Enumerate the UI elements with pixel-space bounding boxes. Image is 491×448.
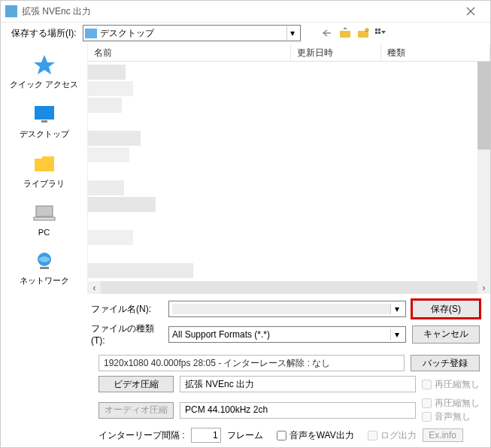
save-dialog: 拡張 NVEnc 出力 保存する場所(I): デスクトップ ▾ クイック アクセ…: [0, 0, 491, 448]
list-item[interactable]: [88, 230, 133, 245]
wav-output-check[interactable]: 音声をWAV出力: [277, 429, 354, 442]
no-recompress-check[interactable]: 再圧縮無し: [422, 378, 480, 391]
body: クイック アクセス デスクトップ ライブラリ PC ネットワーク 名前: [1, 44, 490, 294]
save-in-label: 保存する場所(I):: [11, 27, 77, 40]
sidebar-item-quickaccess[interactable]: クイック アクセス: [10, 53, 78, 90]
desktop-icon: [85, 29, 97, 38]
svg-rect-3: [375, 29, 377, 31]
svg-rect-5: [375, 32, 377, 34]
no-audio-check[interactable]: 音声無し: [422, 410, 480, 423]
titlebar: 拡張 NVEnc 出力: [1, 1, 490, 23]
list-item[interactable]: [88, 65, 126, 80]
svg-rect-12: [40, 267, 49, 269]
scroll-right-icon[interactable]: ›: [477, 281, 490, 294]
status-info: 1920x1080 40.000fps 28:05 - インターレース解除 : …: [99, 355, 405, 371]
svg-rect-8: [41, 120, 47, 123]
save-button[interactable]: 保存(S): [412, 300, 480, 318]
sidebar-item-network[interactable]: ネットワーク: [20, 249, 69, 286]
nav-icons: [320, 26, 388, 40]
up-folder-button[interactable]: [338, 26, 352, 40]
filename-label: ファイル名(N):: [91, 303, 162, 316]
svg-rect-4: [378, 29, 380, 31]
list-item[interactable]: [88, 263, 193, 278]
video-codec-field: 拡張 NVEnc 出力: [180, 376, 416, 392]
chevron-down-icon[interactable]: ▾: [390, 329, 402, 340]
interleave-input[interactable]: [191, 428, 221, 443]
list-item[interactable]: [88, 131, 141, 146]
svg-point-2: [365, 29, 368, 32]
audio-codec-field: PCM 44.100kHz 2ch: [180, 402, 416, 419]
svg-rect-0: [340, 31, 350, 38]
filetype-dropdown[interactable]: All Support Formats (*.*) ▾: [168, 326, 406, 343]
places-sidebar: クイック アクセス デスクトップ ライブラリ PC ネットワーク: [1, 44, 87, 294]
back-button[interactable]: [320, 26, 334, 40]
star-icon: [32, 53, 56, 77]
sidebar-item-label: デスクトップ: [20, 129, 69, 140]
app-icon: [5, 5, 17, 17]
sidebar-item-label: ネットワーク: [20, 275, 69, 286]
toolbar: 保存する場所(I): デスクトップ ▾: [1, 23, 490, 44]
sidebar-item-label: ライブラリ: [23, 178, 65, 189]
filetype-value: All Support Formats (*.*): [172, 329, 390, 340]
bottom-panel: ファイル名(N): ▾ 保存(S) ファイルの種類(T): All Suppor…: [1, 294, 490, 447]
svg-rect-9: [36, 206, 53, 216]
list-item[interactable]: [88, 197, 156, 212]
scrollbar-track[interactable]: [101, 281, 477, 294]
sidebar-item-desktop[interactable]: デスクトップ: [20, 102, 69, 140]
new-folder-button[interactable]: [356, 26, 370, 40]
sidebar-item-pc[interactable]: PC: [32, 201, 56, 237]
sidebar-item-label: クイック アクセス: [10, 79, 78, 90]
sidebar-item-label: PC: [38, 228, 50, 237]
exinfo-button[interactable]: Ex.info: [423, 428, 463, 442]
chevron-down-icon: ▾: [286, 26, 299, 40]
filetype-label: ファイルの種類(T):: [91, 322, 162, 346]
scroll-left-icon[interactable]: ‹: [88, 281, 101, 294]
network-icon: [32, 249, 56, 273]
interleave-unit: フレーム: [227, 429, 263, 442]
list-item[interactable]: [88, 180, 124, 195]
list-item[interactable]: [88, 147, 129, 162]
vertical-scrollbar[interactable]: [477, 62, 490, 281]
close-button[interactable]: [456, 1, 486, 22]
list-item[interactable]: [88, 98, 122, 113]
svg-rect-10: [34, 217, 55, 220]
audio-compress-button: オーディオ圧縮: [99, 402, 174, 419]
window-title: 拡張 NVEnc 出力: [22, 5, 456, 18]
view-menu-button[interactable]: [374, 26, 388, 40]
svg-rect-7: [35, 106, 54, 120]
interleave-label: インターリーブ間隔 :: [99, 429, 185, 442]
chevron-down-icon[interactable]: ▾: [390, 304, 402, 314]
horizontal-scrollbar[interactable]: ‹ ›: [88, 281, 490, 294]
column-headers: 名前 更新日時 種類: [88, 44, 490, 62]
cancel-button[interactable]: キャンセル: [412, 325, 480, 344]
file-list: 名前 更新日時 種類 ‹ ›: [87, 44, 490, 294]
log-output-check[interactable]: ログ出力: [368, 429, 417, 442]
col-date[interactable]: 更新日時: [291, 44, 381, 61]
sidebar-item-libraries[interactable]: ライブラリ: [23, 152, 65, 189]
folder-icon: [32, 152, 56, 176]
pc-icon: [32, 201, 56, 226]
scrollbar-thumb[interactable]: [477, 62, 490, 150]
file-list-body[interactable]: [88, 62, 490, 281]
list-item[interactable]: [88, 81, 133, 96]
close-icon: [466, 7, 475, 16]
location-text: デスクトップ: [100, 27, 286, 40]
location-dropdown[interactable]: デスクトップ ▾: [83, 25, 301, 41]
monitor-icon: [32, 102, 56, 126]
batch-register-button[interactable]: バッチ登録: [411, 355, 480, 371]
video-compress-button[interactable]: ビデオ圧縮: [99, 376, 174, 392]
filename-input[interactable]: ▾: [168, 301, 406, 317]
filename-value: [172, 304, 390, 314]
no-recompress-audio-check[interactable]: 再圧縮無し: [422, 397, 480, 410]
col-type[interactable]: 種類: [381, 44, 490, 61]
svg-rect-6: [378, 32, 380, 34]
col-name[interactable]: 名前: [88, 44, 291, 61]
